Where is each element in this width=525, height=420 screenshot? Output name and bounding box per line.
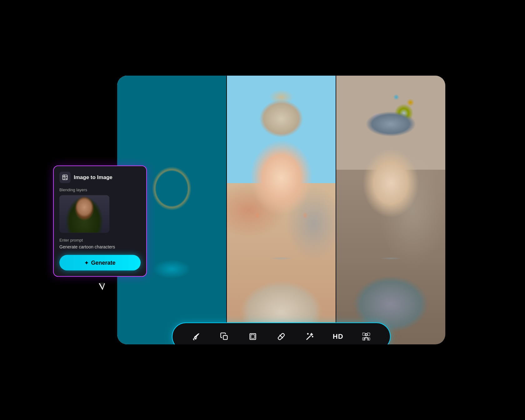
prompt-text: Generate cartoon characters <box>59 244 141 249</box>
thumbnail[interactable] <box>59 195 109 233</box>
svg-rect-3 <box>251 335 255 338</box>
copy-layers-icon[interactable] <box>217 329 232 344</box>
cursor <box>99 283 105 290</box>
svg-rect-1 <box>223 336 228 340</box>
hd-icon[interactable]: HD <box>330 329 346 344</box>
svg-point-0 <box>195 337 197 338</box>
images-row <box>117 76 445 344</box>
floating-panel: Image to Image Blending layers Enter pro… <box>53 166 147 277</box>
person-detect-icon[interactable] <box>358 329 374 344</box>
thumbnail-image <box>59 195 109 233</box>
svg-line-6 <box>307 336 310 340</box>
main-panel: HD <box>117 76 445 344</box>
scene: HD <box>44 38 481 382</box>
scifi-girl-image <box>336 76 445 344</box>
panel-icon <box>59 172 71 183</box>
paint-brush-icon[interactable] <box>188 329 204 344</box>
bottom-toolbar: HD <box>172 322 391 344</box>
magic-wand-icon[interactable] <box>302 329 318 344</box>
realistic-girl-image <box>226 76 336 344</box>
eraser-icon[interactable] <box>273 329 289 344</box>
prompt-label: Enter prompt <box>59 238 141 242</box>
svg-line-5 <box>280 335 282 338</box>
blending-label: Blending layers <box>59 188 141 192</box>
generate-button[interactable]: ✦ Generate <box>59 255 141 271</box>
svg-rect-9 <box>368 333 370 335</box>
svg-rect-8 <box>363 333 365 335</box>
svg-point-7 <box>365 334 368 336</box>
sparkle-icon: ✦ <box>84 260 88 266</box>
panel-header: Image to Image <box>59 172 141 183</box>
panel-title: Image to Image <box>74 174 112 181</box>
generate-label: Generate <box>91 259 115 266</box>
crop-icon[interactable] <box>245 329 261 344</box>
